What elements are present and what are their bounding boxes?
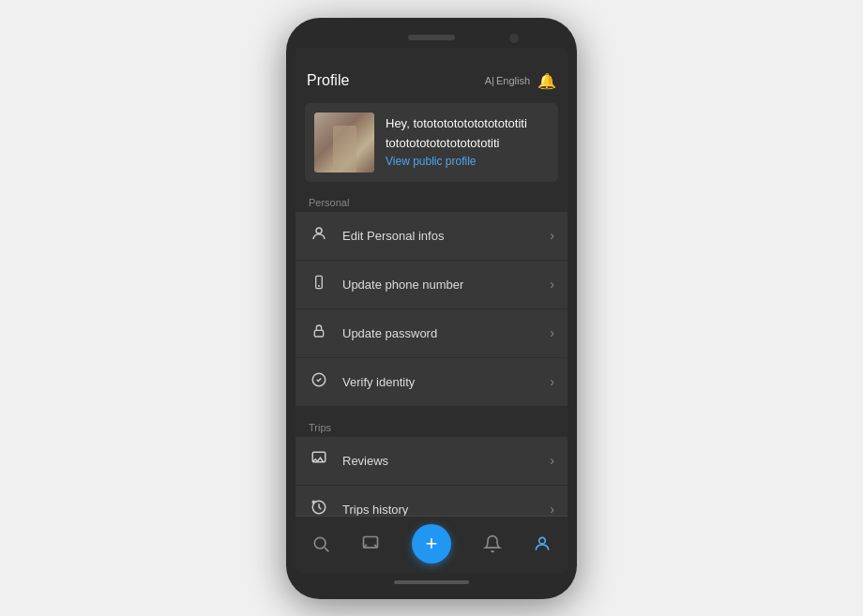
reviews-icon	[309, 450, 329, 472]
history-icon	[309, 499, 329, 516]
person-icon	[309, 225, 329, 247]
app-bar: Profile A| English 🔔	[295, 67, 568, 96]
scroll-area: Personal Edit Personal infos › Update ph…	[295, 189, 568, 516]
nav-item-search[interactable]	[311, 534, 330, 553]
phone-icon	[309, 274, 329, 295]
edit-personal-label: Edit Personal infos	[342, 229, 537, 243]
phone-bottom-bar	[394, 573, 469, 588]
language-badge: A| English	[485, 75, 530, 86]
menu-item-verify-identity[interactable]: Verify identity ›	[295, 358, 568, 407]
phone-frame: Profile A| English 🔔 Hey, tototototototo…	[286, 18, 577, 599]
chevron-icon: ›	[550, 453, 554, 468]
verify-identity-label: Verify identity	[342, 375, 537, 389]
profile-info: Hey, tototototototototototiti tototototo…	[386, 116, 527, 169]
update-phone-label: Update phone number	[342, 278, 537, 292]
app-title: Profile	[307, 72, 349, 89]
svg-line-11	[325, 548, 328, 551]
profile-greeting: Hey, tototototototototototiti	[386, 116, 527, 132]
lang-icon: A|	[485, 75, 494, 86]
view-public-profile-link[interactable]: View public profile	[386, 155, 527, 168]
notification-bell-icon[interactable]: 🔔	[537, 72, 556, 90]
profile-name-line2: tototototototototototiti	[386, 136, 527, 152]
menu-item-update-phone[interactable]: Update phone number ›	[295, 261, 568, 309]
update-password-label: Update password	[342, 326, 537, 340]
section-label-personal: Personal	[295, 189, 568, 212]
avatar	[314, 113, 374, 173]
phone-speaker	[408, 35, 455, 40]
menu-item-reviews[interactable]: Reviews ›	[295, 437, 568, 486]
phone-top-bar	[294, 29, 569, 48]
status-bar	[295, 48, 568, 67]
profile-card: Hey, tototototototototototiti tototototo…	[305, 103, 558, 182]
nav-item-profile[interactable]	[533, 534, 552, 553]
chevron-icon: ›	[550, 502, 554, 516]
reviews-label: Reviews	[342, 454, 537, 468]
bottom-nav: +	[295, 516, 568, 573]
chevron-icon: ›	[550, 228, 554, 243]
svg-rect-3	[314, 330, 323, 337]
svg-point-13	[539, 537, 546, 544]
phone-camera	[509, 34, 519, 43]
verify-icon	[309, 371, 329, 393]
phone-screen: Profile A| English 🔔 Hey, tototototototo…	[295, 48, 568, 573]
nav-item-notifications[interactable]	[483, 534, 502, 553]
trips-history-label: Trips history	[342, 503, 537, 516]
app-bar-right: A| English 🔔	[485, 72, 556, 90]
avatar-image	[314, 113, 374, 173]
section-divider	[295, 407, 568, 414]
chevron-icon: ›	[550, 325, 554, 340]
svg-point-10	[314, 537, 326, 548]
chevron-icon: ›	[550, 374, 554, 389]
nav-fab-add[interactable]: +	[412, 524, 451, 563]
svg-point-0	[316, 228, 322, 233]
plus-icon: +	[426, 532, 438, 556]
chevron-icon: ›	[550, 277, 554, 292]
nav-item-messages[interactable]	[361, 534, 380, 553]
lock-icon	[309, 323, 329, 344]
section-label-trips: Trips	[295, 414, 568, 437]
home-indicator	[394, 580, 469, 584]
menu-item-trips-history[interactable]: Trips history ›	[295, 486, 568, 516]
menu-item-edit-personal[interactable]: Edit Personal infos ›	[295, 212, 568, 261]
menu-item-update-password[interactable]: Update password ›	[295, 309, 568, 358]
